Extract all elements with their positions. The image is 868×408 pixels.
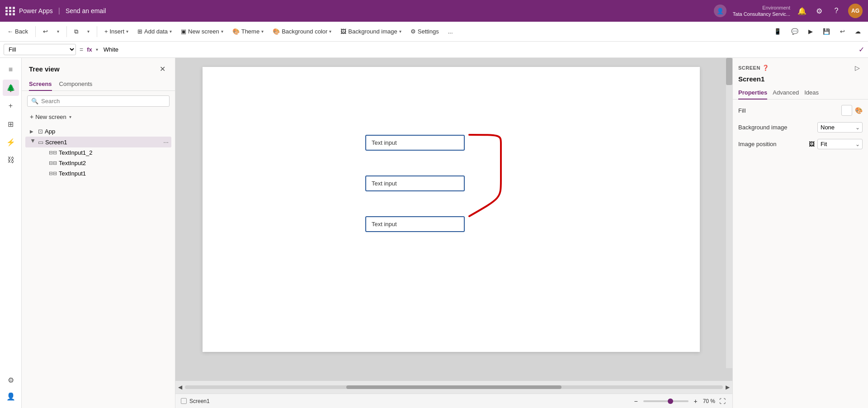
insert-icon[interactable]: + [3,98,19,114]
more-button[interactable]: ... [444,26,457,37]
top-bar-right: 👤 Environment Tata Consultancy Servic...… [714,4,863,18]
formula-bar: Fill = fx ▾ ✓ [0,42,868,58]
app-logo: Power Apps | Send an email [5,7,106,15]
undo-button[interactable]: ↩ [39,26,52,37]
new-screen-icon: ▣ [181,28,186,35]
back-button[interactable]: ← Back [4,26,32,37]
canvas-textinput-2[interactable]: Text input [365,176,465,191]
textinput1-icon: ⊟⊟ [49,171,57,176]
panel-collapse-button[interactable]: ▷ [852,62,863,73]
zoom-slider-thumb[interactable] [668,399,673,404]
bg-image-button[interactable]: 🖼 Background image ▾ [337,26,405,37]
undo-top-icon[interactable]: ↩ [836,26,849,37]
add-data-icon: ⊞ [137,28,142,35]
canvas-surface: Text input Text input Text input [203,67,700,352]
image-position-select[interactable]: Fit [817,139,863,149]
formula-check-icon[interactable]: ✓ [859,45,864,54]
copy-dropdown[interactable]: ▾ [84,27,93,36]
zoom-in-button[interactable]: + [691,397,700,406]
more-icon: ... [448,28,453,35]
settings-button[interactable]: ⚙ Settings [407,26,443,37]
tree-item-textinput1[interactable]: ⊟⊟ TextInput1 [25,168,171,179]
tab-ideas[interactable]: Ideas [804,86,819,100]
image-position-label: Image position [738,141,777,147]
horizontal-scrollbar[interactable] [185,385,723,389]
data-icon[interactable]: ⊞ [3,116,19,132]
avatar[interactable]: AG [848,4,863,18]
settings-label: Settings [418,28,439,35]
theme-label: Theme [241,28,259,35]
scroll-right-icon[interactable]: ▶ [725,383,731,391]
collapse-panel-icon[interactable]: ≡ [3,62,19,78]
bg-color-button[interactable]: 🎨 Background color ▾ [269,26,335,37]
scroll-left-icon[interactable]: ◀ [177,383,183,391]
right-panel-header: SCREEN ❓ ▷ [733,58,868,73]
horizontal-scrollbar-thumb[interactable] [346,385,561,389]
zoom-out-button[interactable]: − [632,397,641,406]
tree-item-screen1-label: Screen1 [45,139,161,146]
formula-fx-chevron[interactable]: ▾ [96,47,98,52]
bg-color-chevron-icon: ▾ [329,29,331,34]
fill-value: 🎨 [841,105,863,116]
add-data-button[interactable]: ⊞ Add data ▾ [134,26,175,37]
tab-properties[interactable]: Properties [738,86,767,100]
zoom-slider[interactable] [643,400,689,402]
tree-item-textinput1_2[interactable]: ⊟⊟ TextInput1_2 [25,147,171,158]
formula-fx: fx [87,46,92,53]
canvas-container: Text input Text input Text input ◀ [175,58,732,408]
help-icon[interactable]: ? [831,5,842,16]
theme-button[interactable]: 🎨 Theme ▾ [229,26,267,37]
preview-publish-icon[interactable]: 📱 [770,26,785,37]
new-screen-tree-button[interactable]: + New screen ▾ [27,111,170,122]
fill-color-swatch[interactable] [841,105,852,116]
tab-components[interactable]: Components [59,78,93,91]
settings-side-icon[interactable]: ⚙ [3,372,19,388]
add-data-chevron-icon: ▾ [170,29,172,34]
bg-image-select[interactable]: None [817,122,863,133]
fill-color-picker-icon[interactable]: 🎨 [855,107,863,114]
waffle-icon[interactable] [5,7,15,15]
tab-screens[interactable]: Screens [29,78,52,91]
property-selector[interactable]: Fill [4,44,76,55]
publish-icon[interactable]: ☁ [851,26,864,37]
fill-label: Fill [738,107,746,114]
textinput-icon: ⊟⊟ [49,150,57,156]
new-screen-button[interactable]: ▣ New screen ▾ [177,26,227,37]
tree-view-icon[interactable]: 🌲 [3,80,19,96]
vertical-scrollbar-thumb[interactable] [726,58,732,85]
connections-icon[interactable]: ⛓ [3,152,19,168]
bg-image-chevron-icon: ▾ [399,29,401,34]
gear-icon[interactable]: ⚙ [814,5,825,16]
right-panel-screen-name: Screen1 [733,73,868,86]
fit-screen-icon[interactable]: ⛶ [718,397,727,406]
screen-checkbox[interactable] [181,398,187,404]
tree-item-textinput1-label: TextInput1 [59,170,169,177]
variables-icon[interactable]: ⚡ [3,134,19,150]
search-input[interactable] [41,98,165,104]
vertical-scrollbar[interactable] [726,58,732,368]
tree-item-textinput2[interactable]: ⊟⊟ TextInput2 [25,158,171,168]
tree-close-icon[interactable]: ✕ [157,63,168,74]
tree-item-screen1[interactable]: ▶ ▭ Screen1 ··· [25,137,171,147]
save-icon[interactable]: 💾 [819,26,834,37]
screen1-more-icon[interactable]: ··· [163,138,169,146]
right-panel-body: Fill 🎨 Background image None [733,100,868,155]
tree-item-app[interactable]: ▶ ⊡ App ··· [25,126,171,137]
canvas-textinput-1[interactable]: Text input [365,135,465,151]
environment-name: Tata Consultancy Servic... [733,11,790,17]
canvas-textinput-2-label: Text input [372,180,397,187]
account-side-icon[interactable]: 👤 [3,388,19,404]
insert-button[interactable]: + Insert ▾ [101,26,132,37]
undo-dropdown[interactable]: ▾ [53,27,63,36]
comments-icon[interactable]: 💬 [788,26,802,37]
add-data-label: Add data [144,28,168,35]
tab-advanced[interactable]: Advanced [773,86,799,100]
bell-icon[interactable]: 🔔 [797,5,807,16]
run-button[interactable]: ▶ [805,26,816,37]
app-icon: ⊡ [38,128,43,135]
canvas-textinput-3[interactable]: Text input [365,216,465,232]
formula-input[interactable] [102,45,855,54]
canvas-scroll-area[interactable]: Text input Text input Text input [175,58,732,381]
copy-button[interactable]: ⧉ [71,26,82,37]
insert-chevron-icon: ▾ [126,29,128,34]
